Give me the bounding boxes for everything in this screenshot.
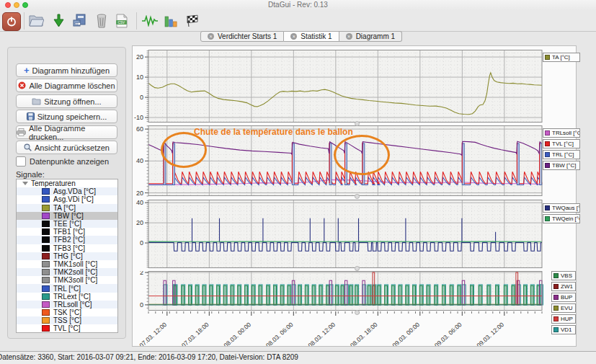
power-button[interactable] <box>2 12 21 31</box>
signal-list-item[interactable]: Asg.VDi [°C] <box>17 195 117 203</box>
bar-chart-icon <box>164 14 177 27</box>
signal-list-item[interactable]: TFB2 [°C] <box>17 236 117 244</box>
signal-list-item[interactable]: TRLext [°C] <box>17 293 117 301</box>
add-diagram-button[interactable]: + Diagramm hinzufügen <box>16 63 117 77</box>
legend-ambient: TA [°C] <box>543 53 580 63</box>
toolbar: CSV <box>0 10 596 32</box>
tab-close-icon[interactable]: × <box>346 33 352 40</box>
signal-label: TSK [°C] <box>53 308 81 316</box>
legend-item[interactable]: HUP <box>551 314 576 324</box>
legend-color-swatch <box>553 273 559 278</box>
statistics-button[interactable] <box>161 12 180 30</box>
reset-view-button[interactable]: Ansicht zurücksetzen <box>16 141 117 154</box>
tab-close-icon[interactable]: × <box>208 33 214 40</box>
legend-item[interactable]: TWQaus [°C] <box>543 203 580 213</box>
legend-color-swatch <box>545 205 550 210</box>
open-session-button[interactable]: Sitzung öffnen... <box>16 94 117 108</box>
print-all-diagrams-button[interactable]: Alle Diagramme drucken... <box>16 125 117 139</box>
signal-color-swatch <box>42 325 50 332</box>
legend-item[interactable]: TVL [°C] <box>543 139 580 148</box>
download-arrow-icon <box>50 14 65 28</box>
save-session-button[interactable]: Sitzung speichern... <box>16 110 117 123</box>
csv-export-button[interactable]: CSV <box>112 12 131 30</box>
signal-list-item[interactable]: TA [°C] <box>17 204 117 212</box>
delete-all-diagrams-button[interactable]: Alle Diagramme löschen <box>16 79 117 92</box>
legend-label: TWQaus [°C] <box>552 205 580 211</box>
signal-color-swatch <box>42 309 50 316</box>
svg-text:20: 20 <box>136 53 143 61</box>
button-label: Sitzung speichern... <box>37 112 107 121</box>
export-data-icon <box>72 14 86 28</box>
signal-color-swatch <box>42 317 50 324</box>
signal-list-item[interactable]: TMK3soll [°C] <box>17 276 117 284</box>
svg-text:2: 2 <box>140 271 143 276</box>
splitter-handle[interactable] <box>355 194 360 199</box>
svg-text:20: 20 <box>136 190 143 197</box>
tab-close-icon[interactable]: × <box>290 33 297 40</box>
signal-label: TEE [°C] <box>53 220 81 228</box>
legend-item[interactable]: VBS <box>551 271 576 280</box>
signal-list-item[interactable]: TSS [°C] <box>17 316 117 324</box>
signal-color-swatch <box>42 188 50 195</box>
svg-text:CSV: CSV <box>118 21 125 25</box>
legend-item[interactable]: TWQein [°C] <box>543 214 580 223</box>
legend-item[interactable]: VD1 <box>551 325 576 334</box>
signal-list-item[interactable]: TMK1soll [°C] <box>17 260 117 268</box>
legend-item[interactable]: TBW [°C] <box>543 161 580 170</box>
open-file-button[interactable] <box>27 12 45 30</box>
signal-label: TFB1 [°C] <box>53 228 85 236</box>
plot-digital[interactable]: 02 <box>133 271 543 311</box>
legend-label: TRLsoll [°C] <box>552 130 580 136</box>
signal-list-item[interactable]: TEE [°C] <box>17 220 117 228</box>
signal-view-button[interactable] <box>141 12 159 30</box>
annotation-text: Chute de la température dans le ballon <box>194 127 353 137</box>
minimize-window-icon[interactable] <box>14 2 19 8</box>
delete-data-button[interactable] <box>92 12 111 30</box>
signal-list-item[interactable]: TMK2soll [°C] <box>17 268 117 276</box>
legend-item[interactable]: TRLsoll [°C] <box>543 128 580 138</box>
signal-color-swatch <box>42 236 50 243</box>
splitter-handle[interactable] <box>355 121 360 126</box>
close-window-icon[interactable] <box>5 2 11 8</box>
signal-list-item[interactable]: TFB3 [°C] <box>17 244 117 252</box>
splitter-handle[interactable] <box>355 310 360 315</box>
tab-diagramm[interactable]: × Diagramm 1 <box>339 31 402 42</box>
signal-list-item[interactable]: TVL [°C] <box>17 324 117 332</box>
plot-source[interactable]: 02040 <box>133 200 543 269</box>
legend-item[interactable]: TA [°C] <box>543 53 580 62</box>
toolbar-separator <box>136 12 137 30</box>
compressor-starts-button[interactable] <box>183 12 202 30</box>
legend-label: TVL [°C] <box>552 141 574 147</box>
show-datapoints-checkbox[interactable] <box>16 156 26 167</box>
signal-list-item[interactable]: TFB1 [°C] <box>17 228 117 236</box>
signal-color-swatch <box>42 196 50 203</box>
plot-ambient[interactable]: -1001020 <box>133 50 543 123</box>
signal-list-item[interactable]: TRLsoll [°C] <box>17 301 117 308</box>
disclosure-triangle-icon[interactable] <box>22 182 28 185</box>
legend-item[interactable]: BUP <box>551 293 576 302</box>
waveform-icon <box>142 15 158 27</box>
svg-text:0: 0 <box>140 239 143 247</box>
tab-statistik[interactable]: × Statistik 1 <box>284 31 339 42</box>
legend-item[interactable]: ZW1 <box>551 282 576 291</box>
splitter-handle[interactable] <box>355 266 360 271</box>
import-button[interactable] <box>48 12 67 30</box>
show-datapoints-row: Datenpunkte anzeigen <box>16 156 109 167</box>
signal-list-item[interactable]: Asg.VDa [°C] <box>17 187 117 195</box>
legend-item[interactable]: TRL [°C] <box>543 150 580 159</box>
window-title: DtaGui - Rev: 0.13 <box>0 0 596 10</box>
signal-list-item[interactable]: TSK [°C] <box>17 308 117 316</box>
signal-group-temperaturen[interactable]: Temperaturen <box>17 179 117 187</box>
signal-list-item[interactable]: TBW [°C] <box>17 212 117 220</box>
status-bar: Datensätze: 3360, Start: 2016-03-07 09:2… <box>0 351 596 364</box>
export-button[interactable] <box>70 12 89 30</box>
signal-list-item[interactable]: TRL [°C] <box>17 284 117 292</box>
legend-item[interactable]: EVU <box>551 303 576 313</box>
zoom-window-icon[interactable] <box>22 2 28 8</box>
button-label: Alle Diagramme drucken... <box>29 124 117 141</box>
legend-label: BUP <box>561 294 572 301</box>
signal-list-item[interactable]: THG [°C] <box>17 252 117 260</box>
tab-verdichter-starts[interactable]: × Verdichter Starts 1 <box>200 31 284 42</box>
svg-text:09.03. 12:00: 09.03. 12:00 <box>475 321 505 346</box>
signal-label: Asg.VDa [°C] <box>53 187 96 195</box>
